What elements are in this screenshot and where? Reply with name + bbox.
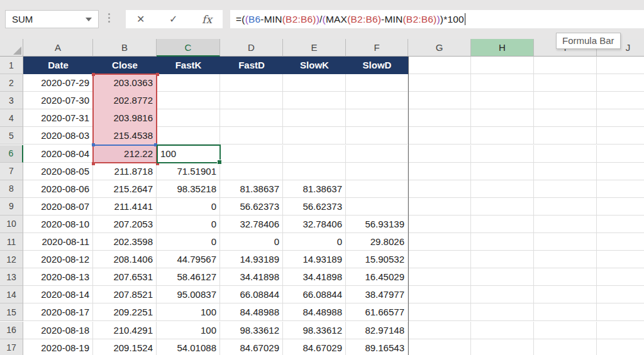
cell-E14[interactable]: 66.08844 <box>283 286 346 303</box>
row-header-11[interactable]: 11 <box>0 233 23 251</box>
cell-B16[interactable]: 210.4291 <box>93 322 157 339</box>
cell-E16[interactable]: 98.33612 <box>283 322 346 339</box>
row-header-3[interactable]: 3 <box>0 92 23 109</box>
cell-C4[interactable] <box>157 109 220 127</box>
cell-J17[interactable] <box>597 339 644 355</box>
cell-F2[interactable] <box>346 74 408 92</box>
cell-F13[interactable]: 16.45029 <box>346 268 408 286</box>
cell-I10[interactable] <box>534 216 597 233</box>
cell-B4[interactable]: 203.9816 <box>93 109 157 127</box>
cell-H4[interactable] <box>471 109 534 127</box>
cell-I17[interactable] <box>534 339 597 355</box>
cell-H2[interactable] <box>471 74 534 92</box>
cell-A4[interactable]: 2020-07-31 <box>23 109 93 127</box>
cell-G1[interactable] <box>408 57 471 74</box>
cell-A8[interactable]: 2020-08-06 <box>23 180 93 198</box>
cell-E1[interactable]: SlowK <box>283 57 346 74</box>
cell-F12[interactable]: 15.90532 <box>346 251 408 268</box>
row-header-8[interactable]: 8 <box>0 180 23 198</box>
cell-J9[interactable] <box>597 198 644 216</box>
cell-I8[interactable] <box>534 180 597 198</box>
cell-F9[interactable] <box>346 198 408 216</box>
cell-J10[interactable] <box>597 216 644 233</box>
cell-J6[interactable] <box>597 145 644 163</box>
cell-B1[interactable]: Close <box>93 57 157 74</box>
cell-C17[interactable]: 54.01088 <box>157 339 220 355</box>
cell-H9[interactable] <box>471 198 534 216</box>
insert-function-button[interactable]: fx <box>202 13 212 26</box>
cell-H12[interactable] <box>471 251 534 268</box>
cell-D16[interactable]: 98.33612 <box>220 322 283 339</box>
cell-F10[interactable]: 56.93139 <box>346 216 408 233</box>
cell-E3[interactable] <box>283 92 346 109</box>
cell-I14[interactable] <box>534 286 597 303</box>
cell-F17[interactable]: 89.16543 <box>346 339 408 355</box>
column-header-H[interactable]: H <box>471 39 534 57</box>
cell-I11[interactable] <box>534 233 597 251</box>
column-header-D[interactable]: D <box>220 39 283 57</box>
column-header-B[interactable]: B <box>93 39 157 57</box>
cell-C8[interactable]: 98.35218 <box>157 180 220 198</box>
cell-C7[interactable]: 71.51901 <box>157 163 220 180</box>
cell-G2[interactable] <box>408 74 471 92</box>
row-header-10[interactable]: 10 <box>0 216 23 233</box>
cell-C5[interactable] <box>157 127 220 145</box>
cell-G8[interactable] <box>408 180 471 198</box>
row-header-12[interactable]: 12 <box>0 251 23 268</box>
cell-J2[interactable] <box>597 74 644 92</box>
cell-C13[interactable]: 58.46127 <box>157 268 220 286</box>
cell-F7[interactable] <box>346 163 408 180</box>
row-header-4[interactable]: 4 <box>0 109 23 127</box>
cell-F15[interactable]: 61.66577 <box>346 303 408 321</box>
cell-A11[interactable]: 2020-08-11 <box>23 233 93 251</box>
column-header-F[interactable]: F <box>346 39 408 57</box>
cell-B3[interactable]: 202.8772 <box>93 92 157 109</box>
cell-E7[interactable] <box>283 163 346 180</box>
cell-J5[interactable] <box>597 127 644 145</box>
column-header-E[interactable]: E <box>283 39 346 57</box>
cell-G12[interactable] <box>408 251 471 268</box>
formula-input[interactable]: =((B6-MIN(B2:B6))/(MAX(B2:B6)-MIN(B2:B6)… <box>230 10 644 28</box>
cell-A6[interactable]: 2020-08-04 <box>23 145 93 163</box>
row-header-17[interactable]: 17 <box>0 339 23 355</box>
cell-E13[interactable]: 34.41898 <box>283 268 346 286</box>
cell-B14[interactable]: 207.8521 <box>93 286 157 303</box>
cell-I3[interactable] <box>534 92 597 109</box>
cell-D8[interactable]: 81.38637 <box>220 180 283 198</box>
cell-F8[interactable] <box>346 180 408 198</box>
cell-F3[interactable] <box>346 92 408 109</box>
name-box-dropdown-icon[interactable] <box>86 18 92 21</box>
cell-H3[interactable] <box>471 92 534 109</box>
cell-H8[interactable] <box>471 180 534 198</box>
cell-E15[interactable]: 84.48988 <box>283 303 346 321</box>
cell-I12[interactable] <box>534 251 597 268</box>
cell-C2[interactable] <box>157 74 220 92</box>
cell-G4[interactable] <box>408 109 471 127</box>
cell-G17[interactable] <box>408 339 471 355</box>
cell-G15[interactable] <box>408 303 471 321</box>
cell-E17[interactable]: 84.67029 <box>283 339 346 355</box>
cell-D6[interactable] <box>220 145 283 163</box>
name-box[interactable]: SUM <box>5 10 99 28</box>
cell-D1[interactable]: FastD <box>220 57 283 74</box>
cell-I16[interactable] <box>534 322 597 339</box>
cell-I9[interactable] <box>534 198 597 216</box>
cell-B10[interactable]: 207.2053 <box>93 216 157 233</box>
select-all-button[interactable] <box>0 39 23 57</box>
row-header-13[interactable]: 13 <box>0 268 23 286</box>
row-header-15[interactable]: 15 <box>0 303 23 321</box>
cell-B5[interactable]: 215.4538 <box>93 127 157 145</box>
cell-D15[interactable]: 84.48988 <box>220 303 283 321</box>
cell-D17[interactable]: 84.67029 <box>220 339 283 355</box>
cell-A1[interactable]: Date <box>23 57 93 74</box>
row-header-2[interactable]: 2 <box>0 74 23 92</box>
cell-E5[interactable] <box>283 127 346 145</box>
cancel-button[interactable]: ✕ <box>136 13 145 25</box>
cell-D2[interactable] <box>220 74 283 92</box>
cell-A3[interactable]: 2020-07-30 <box>23 92 93 109</box>
cell-A5[interactable]: 2020-08-03 <box>23 127 93 145</box>
row-header-16[interactable]: 16 <box>0 322 23 339</box>
cell-G11[interactable] <box>408 233 471 251</box>
cell-G3[interactable] <box>408 92 471 109</box>
cell-D3[interactable] <box>220 92 283 109</box>
